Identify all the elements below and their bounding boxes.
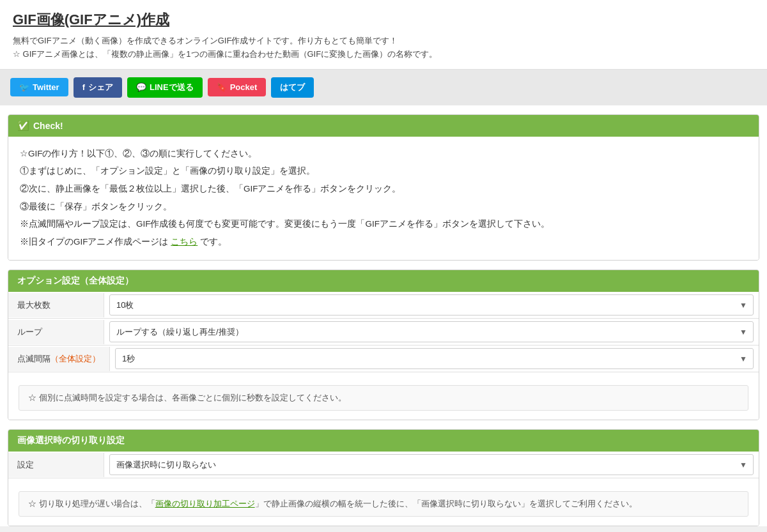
max-count-control: 10枚 5枚 15枚 20枚 ▼ — [104, 292, 759, 318]
options-info-wrapper: ☆ 個別に点滅時間を設定する場合は、各画像ごとに個別に秒数を設定してください。 — [8, 372, 759, 420]
twitter-button[interactable]: 🐦 Twitter — [10, 78, 68, 96]
page-title: GIF画像(GIFアニメ)作成 — [13, 10, 754, 29]
crop-info-box: ☆ 切り取り処理が遅い場合は、「画像の切り取り加工ページ」で静止画像の縦横の幅を… — [19, 491, 748, 517]
options-section: オプション設定（全体設定） 最大枚数 10枚 5枚 15枚 20枚 ▼ ループ — [8, 270, 759, 420]
interval-control: 1秒 0.5秒 2秒 3秒 ▼ — [110, 346, 759, 372]
pocket-icon: 🔖 — [217, 82, 227, 92]
options-section-body: 最大枚数 10枚 5枚 15枚 20枚 ▼ ループ ループする（繰り返し再生/推 — [8, 292, 759, 420]
crop-info-wrapper: ☆ 切り取り処理が遅い場合は、「画像の切り取り加工ページ」で静止画像の縦横の幅を… — [8, 478, 759, 526]
options-section-header: オプション設定（全体設定） — [8, 270, 759, 292]
check-line-2: ①まずはじめに、「オプション設定」と「画像の切り取り設定」を選択。 — [20, 163, 747, 179]
page-wrapper: GIF画像(GIFアニメ)作成 無料でGIFアニメ（動く画像）を作成できるオンラ… — [0, 0, 767, 526]
facebook-icon: f — [82, 82, 85, 92]
crop-setting-row: 設定 画像選択時に切り取らない 画像選択時に切り取る ▼ — [8, 452, 759, 478]
line-button[interactable]: 💬 LINEで送る — [127, 77, 203, 98]
max-count-row: 最大枚数 10枚 5枚 15枚 20枚 ▼ — [8, 292, 759, 319]
crop-page-link[interactable]: 画像の切り取り加工ページ — [155, 499, 255, 508]
crop-section: 画像選択時の切り取り設定 設定 画像選択時に切り取らない 画像選択時に切り取る … — [8, 429, 759, 526]
check-line-4: ③最後に「保存」ボタンをクリック。 — [20, 199, 747, 215]
check-line-6: ※旧タイプのGIFアニメ作成ページは こちら です。 — [20, 234, 747, 250]
check-body: ☆GIFの作り方！以下①、②、③の順に実行してください。 ①まずはじめに、「オプ… — [8, 137, 759, 261]
check-header-label: Check! — [33, 121, 63, 131]
crop-section-header: 画像選択時の切り取り設定 — [8, 430, 759, 452]
max-count-select[interactable]: 10枚 5枚 15枚 20枚 — [109, 294, 754, 315]
options-info-box: ☆ 個別に点滅時間を設定する場合は、各画像ごとに個別に秒数を設定してください。 — [19, 385, 748, 411]
crop-header-label: 画像選択時の切り取り設定 — [17, 435, 125, 446]
check-circle-icon: ✅ — [17, 120, 29, 132]
crop-setting-select[interactable]: 画像選択時に切り取らない 画像選択時に切り取る — [109, 454, 754, 475]
old-type-link[interactable]: こちら — [171, 237, 198, 247]
check-header: ✅ Check! — [8, 115, 759, 137]
crop-setting-label: 設定 — [8, 453, 104, 477]
interval-row: 点滅間隔（全体設定） 1秒 0.5秒 2秒 3秒 ▼ — [8, 346, 759, 372]
crop-setting-control: 画像選択時に切り取らない 画像選択時に切り取る ▼ — [104, 452, 759, 478]
crop-section-body: 設定 画像選択時に切り取らない 画像選択時に切り取る ▼ ☆ 切り取り処理が遅い… — [8, 452, 759, 526]
check-section: ✅ Check! ☆GIFの作り方！以下①、②、③の順に実行してください。 ①ま… — [8, 114, 759, 261]
max-count-label: 最大枚数 — [8, 293, 104, 317]
check-line-1: ☆GIFの作り方！以下①、②、③の順に実行してください。 — [20, 146, 747, 162]
pocket-button[interactable]: 🔖 Pocket — [208, 78, 267, 96]
loop-label: ループ — [8, 320, 104, 344]
facebook-button[interactable]: f シェア — [74, 77, 122, 98]
check-line-5: ※点滅間隔やループ設定は、GIF作成後も何度でも変更可能です。変更後にもう一度「… — [20, 216, 747, 232]
hatena-button[interactable]: はてブ — [271, 77, 314, 98]
check-line-3: ②次に、静止画像を「最低２枚位以上」選択した後、「GIFアニメを作る」ボタンをク… — [20, 181, 747, 197]
interval-select[interactable]: 1秒 0.5秒 2秒 3秒 — [115, 348, 754, 369]
line-icon: 💬 — [136, 82, 146, 92]
loop-row: ループ ループする（繰り返し再生/推奨） ループしない ▼ — [8, 319, 759, 346]
options-header-label: オプション設定（全体設定） — [17, 275, 134, 287]
interval-label: 点滅間隔（全体設定） — [8, 347, 110, 371]
social-bar: 🐦 Twitter f シェア 💬 LINEで送る 🔖 Pocket はてブ — [0, 70, 767, 105]
loop-select[interactable]: ループする（繰り返し再生/推奨） ループしない — [109, 321, 754, 342]
twitter-icon: 🐦 — [19, 82, 29, 92]
loop-control: ループする（繰り返し再生/推奨） ループしない ▼ — [104, 319, 759, 345]
header-desc1: 無料でGIFアニメ（動く画像）を作成できるオンラインGIF作成サイトです。作り方… — [13, 34, 754, 61]
header: GIF画像(GIFアニメ)作成 無料でGIFアニメ（動く画像）を作成できるオンラ… — [0, 0, 767, 70]
